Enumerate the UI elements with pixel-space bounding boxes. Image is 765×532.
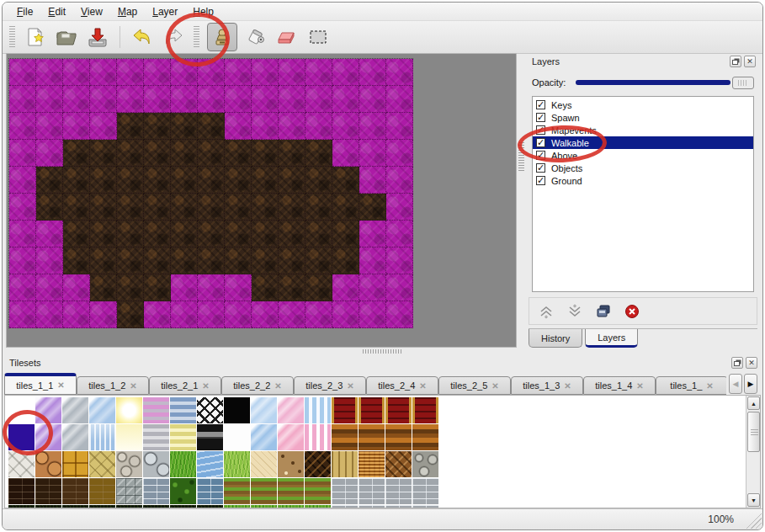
map-cell[interactable] [279, 86, 305, 113]
layers-close-button[interactable]: ✕ [744, 56, 756, 67]
map-cell[interactable] [144, 247, 171, 274]
map-cell[interactable] [117, 140, 144, 167]
palette-tile-brick-gray[interactable] [359, 478, 385, 504]
map-cell[interactable] [171, 274, 198, 301]
map-cell[interactable] [198, 113, 225, 140]
dock-tab-layers[interactable]: Layers [585, 329, 638, 348]
map-cell[interactable] [386, 274, 413, 301]
tab-close-icon[interactable]: ✕ [347, 381, 353, 391]
map-cell[interactable] [9, 221, 36, 247]
map-cell[interactable] [279, 274, 305, 301]
dock-tab-history[interactable]: History [529, 329, 582, 348]
tileset-tab-tiles_2_5[interactable]: tiles_2_5✕ [438, 376, 511, 395]
save-map-button[interactable] [85, 24, 110, 50]
tileset-tab-tiles_1_3[interactable]: tiles_1_3✕ [511, 376, 583, 395]
select-tool-button[interactable] [305, 24, 331, 50]
palette-tile-brick-bluegray[interactable] [197, 478, 223, 504]
palette-tile-sand[interactable] [251, 451, 277, 477]
palette-tile-gold-tiles[interactable] [62, 451, 88, 477]
splitter-grip[interactable] [518, 142, 524, 171]
map-cell[interactable] [225, 221, 252, 247]
map-cell[interactable] [144, 140, 171, 167]
map-cell[interactable] [359, 194, 386, 221]
palette-tile-carpet-red[interactable] [359, 397, 385, 423]
layer-duplicate-button[interactable] [595, 303, 612, 320]
palette-tile-lattice[interactable] [197, 397, 223, 423]
layer-visibility-checkbox[interactable]: ✓ [536, 138, 545, 147]
map-cell[interactable] [225, 301, 252, 328]
map-cell[interactable] [117, 113, 144, 140]
palette-tile-black[interactable] [224, 397, 250, 423]
map-cell[interactable] [9, 194, 36, 221]
tilesets-float-button[interactable] [731, 357, 743, 369]
palette-tile-wood-stripe[interactable] [412, 424, 438, 450]
palette-tile-wicker[interactable] [359, 451, 385, 477]
palette-tile-carpet-red[interactable] [332, 397, 358, 423]
palette-tile-glass-gray[interactable] [62, 397, 88, 423]
palette-tile-wood-stripe[interactable] [332, 424, 358, 450]
map-cell[interactable] [332, 194, 359, 221]
tileset-tab-tiles_2_3[interactable]: tiles_2_3✕ [294, 376, 366, 395]
palette-tile-glass-blue[interactable] [89, 397, 115, 423]
map-cell[interactable] [9, 247, 36, 274]
map-cell[interactable] [90, 247, 117, 274]
palette-tile-farm-rows[interactable] [251, 478, 277, 504]
map-cell[interactable] [225, 140, 252, 167]
palette-tile-stripe-vblue[interactable] [305, 397, 331, 423]
palette-tile-glow-yellow[interactable] [116, 397, 142, 423]
map-cell[interactable] [171, 113, 198, 140]
map-cell[interactable] [305, 221, 332, 247]
map-cell[interactable] [225, 194, 252, 221]
map-cell[interactable] [90, 221, 117, 247]
map-cell[interactable] [386, 140, 413, 167]
map-cell[interactable] [144, 113, 171, 140]
map-cell[interactable] [332, 140, 359, 167]
map-cell[interactable] [9, 167, 36, 194]
map-cell[interactable] [144, 301, 171, 328]
layer-up-button[interactable] [538, 303, 555, 320]
palette-tile-blue-flat[interactable] [251, 424, 277, 450]
palette-tile-brick-dark2[interactable] [35, 478, 61, 504]
map-cell[interactable] [225, 274, 252, 301]
tileset-tab-tiles_1_[interactable]: tiles_1_✕ [656, 376, 726, 395]
map-cell[interactable] [171, 221, 198, 247]
map-cell[interactable] [36, 247, 63, 274]
toolbar-grip[interactable] [9, 26, 15, 48]
map-cell[interactable] [144, 59, 171, 86]
palette-tile-logs[interactable] [412, 451, 438, 477]
tilesets-close-button[interactable]: ✕ [746, 357, 757, 369]
map-cell[interactable] [386, 221, 413, 247]
map-cell[interactable] [198, 221, 225, 247]
layer-row-keys[interactable]: ✓Keys [533, 98, 753, 111]
layer-row-walkable[interactable]: ✓Walkable [533, 136, 753, 149]
map-cell[interactable] [225, 247, 252, 274]
splitter-grip[interactable] [363, 349, 403, 354]
map-cell[interactable] [386, 167, 413, 194]
map-cell[interactable] [36, 86, 63, 113]
scrollbar-thumb[interactable] [747, 412, 760, 452]
palette-tile-stone-blocks[interactable] [116, 478, 142, 504]
map-cell[interactable] [332, 167, 359, 194]
map-cell[interactable] [63, 59, 90, 86]
stamp-tool-button[interactable] [207, 23, 237, 51]
map-cell[interactable] [252, 221, 279, 247]
map-cell[interactable] [90, 274, 117, 301]
palette-tile-farm-rows[interactable] [278, 478, 304, 504]
palette-tile-brick-brown[interactable] [62, 478, 88, 504]
palette-tile-stripe-gray[interactable] [143, 424, 169, 450]
resize-grip[interactable] [745, 512, 762, 529]
map-cell[interactable] [198, 247, 225, 274]
menu-item-layer[interactable]: Layer [145, 4, 185, 19]
palette-tile-water[interactable] [197, 451, 223, 477]
palette-tile-herringbone[interactable] [385, 451, 412, 477]
map-cell[interactable] [359, 113, 386, 140]
map-cell[interactable] [225, 86, 252, 113]
map-cell[interactable] [63, 274, 90, 301]
map-cell[interactable] [36, 167, 63, 194]
map-cell[interactable] [305, 140, 332, 167]
map-cell[interactable] [305, 113, 332, 140]
map-cell[interactable] [305, 194, 332, 221]
palette-tile-brick-gold[interactable] [89, 478, 115, 504]
map-cell[interactable] [252, 247, 279, 274]
palette-tile-shingles[interactable] [305, 451, 331, 477]
